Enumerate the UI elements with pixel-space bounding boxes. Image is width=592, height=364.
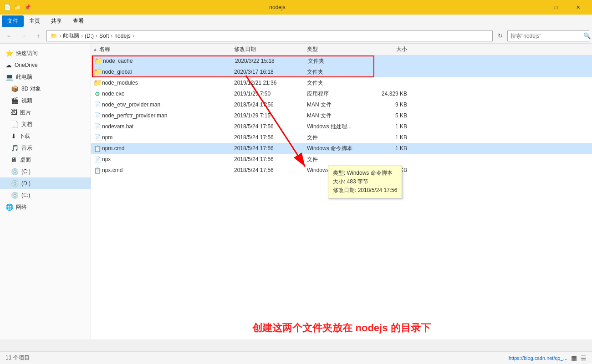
file-date: 2018/5/24 17:56 — [234, 167, 307, 173]
col-header-type[interactable]: 类型 — [307, 46, 371, 53]
path-nodejs[interactable]: nodejs — [114, 33, 130, 39]
onedrive-icon: ☁ — [5, 61, 12, 69]
file-name: node_modules — [102, 80, 234, 86]
col-header-size[interactable]: 大小 — [371, 46, 407, 53]
file-type: 应用程序 — [307, 90, 371, 98]
col-header-name[interactable]: 名称 — [99, 46, 110, 53]
sidebar-item-onedrive[interactable]: ☁ OneDrive — [0, 59, 91, 71]
sidebar-item-pictures[interactable]: 🖼 图片 — [0, 106, 91, 118]
drive-c-icon: 💿 — [11, 168, 19, 175]
sidebar-item-3dobjects[interactable]: 📦 3D 对象 — [0, 83, 91, 95]
file-type: MAN 文件 — [307, 101, 371, 109]
menu-view[interactable]: 查看 — [67, 15, 89, 27]
file-type: 文件 — [307, 134, 371, 142]
folder-icon: 📁 — [94, 57, 103, 65]
title-bar: 📄 📁 📌 nodejs — □ ✕ — [0, 0, 592, 15]
maximize-button[interactable]: □ — [546, 0, 566, 15]
cmd2-icon: 📋 — [93, 167, 102, 174]
file-name: npm.cmd — [102, 145, 234, 152]
file-row-node-cache[interactable]: 📁 node_cache 2020/3/22 15:18 文件夹 — [91, 56, 592, 66]
file-row-nodevars[interactable]: 📄 nodevars.bat 2018/5/24 17:56 Windows 批… — [91, 121, 592, 132]
file-type: Windows 命令脚本 — [307, 145, 371, 152]
sidebar-item-network[interactable]: 🌐 网络 — [0, 201, 91, 213]
file-name: npx — [102, 156, 234, 162]
sidebar-item-desktop[interactable]: 🖥 桌面 — [0, 154, 91, 166]
folder-icon: 📁 — [93, 79, 102, 87]
file-row-npm[interactable]: 📄 npm 2018/5/24 17:56 文件 1 KB — [91, 132, 592, 143]
sidebar-item-music[interactable]: 🎵 音乐 — [0, 142, 91, 154]
tooltip-type: 类型: Windows 命令脚本 — [333, 169, 397, 177]
tooltip-npmcmd: 类型: Windows 命令脚本 大小: 483 字节 修改日期: 2018/5… — [328, 166, 402, 198]
network-icon: 🌐 — [5, 203, 13, 211]
file-row-node-exe[interactable]: ⚙ node.exe 2019/1/29 7:50 应用程序 24,329 KB — [91, 88, 592, 99]
sidebar-item-documents[interactable]: 📄 文档 — [0, 118, 91, 130]
file-row-node-modules[interactable]: 📁 node_modules 2019/12/21 21:36 文件夹 — [91, 77, 592, 88]
file-name: node_global — [102, 69, 234, 75]
file-row-node-perfctr[interactable]: 📄 node_perfctr_provider.man 2019/1/29 7:… — [91, 110, 592, 121]
file-icon: 📄 — [93, 112, 102, 119]
minimize-button[interactable]: — — [524, 0, 545, 15]
forward-button[interactable]: → — [17, 30, 30, 42]
tooltip-size: 大小: 483 字节 — [333, 177, 397, 186]
path-d[interactable]: (D:) — [85, 33, 94, 39]
status-bar: 11 个项目 https://blog.csdn.net/qq_... ▦ ☰ — [0, 351, 592, 364]
path-thispc[interactable]: 此电脑 — [63, 32, 79, 40]
sidebar-item-c[interactable]: 💿 (C:) — [0, 166, 91, 177]
path-computer[interactable]: 📁 — [51, 33, 57, 39]
menu-home[interactable]: 主页 — [24, 15, 46, 27]
file-date: 2019/1/29 7:15 — [234, 112, 307, 119]
file-name: nodevars.bat — [102, 123, 234, 130]
search-input[interactable] — [508, 33, 582, 39]
file-date: 2018/5/24 17:56 — [234, 123, 307, 130]
view-list-icon[interactable]: ▦ — [571, 354, 577, 362]
quickaccess-icon: ⭐ — [5, 50, 13, 57]
sidebar-item-downloads[interactable]: ⬇ 下载 — [0, 130, 91, 142]
close-button[interactable]: ✕ — [567, 0, 588, 15]
thispc-icon: 💻 — [5, 73, 13, 81]
file-name: npx.cmd — [102, 167, 234, 173]
file-row-npx[interactable]: 📄 npx 2018/5/24 17:56 文件 — [91, 154, 592, 165]
status-url: https://blog.csdn.net/qq_... — [509, 355, 567, 361]
file-size: 5 KB — [371, 112, 407, 119]
address-path[interactable]: 📁 › 此电脑 › (D:) › Soft › nodejs › — [46, 30, 493, 41]
drive-e-icon: 💿 — [11, 192, 19, 199]
file-name: npm — [102, 134, 234, 141]
sidebar-item-thispc[interactable]: 💻 此电脑 — [0, 71, 91, 83]
file-row-npm-cmd[interactable]: 📋 npm.cmd 2018/5/24 17:56 Windows 命令脚本 1… — [91, 143, 592, 154]
sidebar-item-quickaccess[interactable]: ⭐ 快速访问 — [0, 47, 91, 59]
search-box[interactable]: 🔍 — [507, 30, 589, 41]
title-bar-icons: 📄 📁 📌 — [4, 4, 31, 11]
path-soft[interactable]: Soft — [99, 33, 109, 39]
main-layout: ⭐ 快速访问 ☁ OneDrive 💻 此电脑 📦 3D 对象 🎬 视频 🖼 图… — [0, 44, 592, 339]
back-button[interactable]: ← — [3, 30, 15, 42]
file-type: 文件夹 — [307, 68, 371, 76]
annotation-text: 创建这两个文件夹放在 nodejs 的目录下 — [91, 321, 592, 335]
file-size: 1 KB — [371, 123, 407, 130]
refresh-button[interactable]: ↻ — [495, 30, 505, 41]
sidebar-item-video[interactable]: 🎬 视频 — [0, 95, 91, 106]
menu-share[interactable]: 共享 — [46, 15, 67, 27]
file-date: 2018/5/24 17:56 — [234, 101, 307, 108]
menu-file[interactable]: 文件 — [2, 15, 24, 27]
file-icon: 📄 — [93, 134, 102, 141]
file-row-node-etw[interactable]: 📄 node_etw_provider.man 2018/5/24 17:56 … — [91, 99, 592, 110]
file-type: MAN 文件 — [307, 112, 371, 120]
sidebar-item-d[interactable]: 💿 (D:) — [0, 177, 91, 189]
3dobjects-icon: 📦 — [11, 85, 19, 92]
pictures-icon: 🖼 — [11, 109, 17, 116]
status-count: 11 个项目 — [5, 354, 30, 362]
file-row-node-global[interactable]: 📁 node_global 2020/3/17 16:18 文件夹 — [91, 66, 592, 77]
status-right: https://blog.csdn.net/qq_... ▦ ☰ — [509, 354, 587, 362]
sidebar-item-e[interactable]: 💿 (E:) — [0, 189, 91, 201]
title-bar-controls: — □ ✕ — [524, 0, 588, 15]
up-button[interactable]: ↑ — [32, 30, 45, 42]
title-bar-folder-icon: 📁 — [14, 4, 21, 11]
file-date: 2020/3/22 15:18 — [235, 58, 308, 64]
file-date: 2019/1/29 7:50 — [234, 91, 307, 97]
file-type: 文件 — [307, 156, 371, 163]
title-bar-file-icon: 📄 — [4, 4, 11, 11]
documents-icon: 📄 — [11, 121, 19, 128]
view-details-icon[interactable]: ☰ — [581, 354, 587, 362]
col-header-date[interactable]: 修改日期 — [234, 46, 307, 53]
file-name: node.exe — [102, 91, 234, 97]
